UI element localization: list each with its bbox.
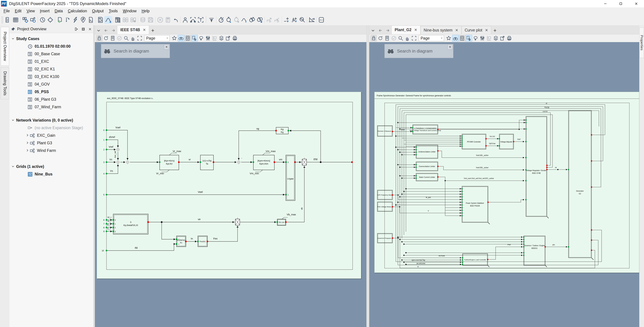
tree-item-case[interactable]: 06_Plant G3 — [10, 96, 93, 103]
data-manager-icon[interactable] — [12, 16, 20, 24]
pan-icon[interactable] — [404, 35, 411, 42]
graphic-settings-icon[interactable] — [29, 16, 37, 24]
zoom-icon[interactable] — [397, 35, 404, 42]
blocks[interactable] — [113, 127, 306, 247]
tree-item-variation[interactable]: Wind Farm — [10, 147, 93, 154]
signal-import-icon[interactable] — [273, 16, 281, 24]
load-flow-icon[interactable] — [56, 16, 64, 24]
layers-icon[interactable] — [218, 35, 225, 42]
tab-list-button[interactable] — [369, 27, 377, 34]
bode-plot-icon[interactable]: dB — [308, 16, 316, 24]
print-icon[interactable] — [506, 35, 512, 42]
close-panel-button[interactable] — [87, 26, 93, 32]
side-tab-project-overview[interactable]: Project Overview — [1, 27, 9, 66]
tree-section-grids[interactable]: Grids (1 active) — [10, 163, 93, 170]
bookmark-icon[interactable] — [171, 35, 178, 42]
define-peak-icon[interactable] — [290, 16, 298, 24]
forward-button[interactable] — [110, 27, 117, 34]
rect-select-icon[interactable] — [466, 35, 472, 42]
minimize-button[interactable] — [598, 0, 613, 8]
refresh-icon[interactable] — [377, 35, 384, 42]
refresh-icon[interactable] — [102, 35, 109, 42]
menu-view[interactable]: View — [24, 8, 37, 14]
bookmark-icon[interactable] — [445, 35, 452, 42]
overview-map-icon[interactable] — [184, 35, 191, 42]
tree-item-case[interactable]: 07_Wind_Farm — [10, 103, 93, 111]
search-diagram-icon[interactable] — [452, 35, 459, 42]
save-icon[interactable] — [147, 16, 154, 24]
diagram-canvas-right[interactable]: Frame Synchronous Generator: General Fra… — [369, 42, 639, 327]
tab-list-button[interactable] — [95, 27, 102, 34]
transfer-results-icon[interactable] — [64, 16, 72, 24]
export-graphic-icon[interactable] — [499, 35, 506, 42]
forward-button[interactable] — [384, 27, 392, 34]
parameter-identification-icon[interactable]: P=? — [318, 16, 325, 24]
tab-plant-g2[interactable]: Plant_G2 ✕ — [392, 26, 420, 34]
tab-curve-plot[interactable]: Curve plot ✕ — [462, 26, 491, 34]
export-graphic-icon[interactable] — [225, 35, 232, 42]
project-overview-icon[interactable] — [4, 16, 12, 24]
search-overlay[interactable]: Search in diagram ✕ — [384, 44, 454, 58]
database-icon[interactable] — [139, 16, 147, 24]
menu-calculation[interactable]: Calculation — [65, 8, 90, 14]
lasso-select-icon[interactable] — [472, 35, 479, 42]
layer-filters-icon[interactable] — [479, 35, 486, 42]
rect-select-icon[interactable] — [191, 35, 198, 42]
verify-icon[interactable] — [116, 35, 123, 42]
tree-item-grid[interactable]: Nine_Bus — [10, 170, 93, 178]
merge-import-icon[interactable] — [122, 16, 129, 24]
undo-icon[interactable] — [172, 16, 180, 24]
short-circuit-icon[interactable] — [72, 16, 79, 24]
scripting-icon[interactable] — [87, 16, 95, 24]
pin-icon[interactable] — [11, 27, 16, 31]
freeze-lock-icon[interactable] — [370, 35, 377, 42]
search-input[interactable]: Search in diagram — [397, 49, 432, 54]
search-overlay[interactable]: Search in diagram ✕ — [101, 44, 170, 58]
dock-button[interactable] — [73, 26, 80, 32]
network-model-manager-icon[interactable] — [21, 16, 29, 24]
side-tab-drawing-tools[interactable]: Drawing Tools — [1, 67, 9, 99]
zoom-icon[interactable] — [123, 35, 130, 42]
ruler-icon[interactable] — [211, 35, 218, 42]
pan-icon[interactable] — [130, 35, 136, 42]
layer-filters-icon[interactable] — [204, 35, 211, 42]
new-tab-button[interactable]: + — [149, 27, 156, 34]
menu-tools[interactable]: Tools — [106, 8, 120, 14]
float-button[interactable] — [80, 26, 87, 32]
tree-item-study-time[interactable]: 01.01.1970 02:00:00 — [10, 43, 93, 50]
menu-help[interactable]: Help — [139, 8, 152, 14]
frequency-scan-icon[interactable] — [298, 16, 306, 24]
page-select-dropdown[interactable]: Page ˅ — [419, 35, 444, 41]
tab-close-icon[interactable]: ✕ — [455, 28, 458, 33]
simulation-setup-icon[interactable] — [217, 16, 225, 24]
tree-item-case[interactable]: 00_Base Case — [10, 50, 93, 58]
curve-plot-icon[interactable] — [104, 16, 112, 24]
diagram-page[interactable]: Frame Synchronous Generator: General Fra… — [374, 92, 639, 273]
back-button[interactable] — [102, 27, 110, 34]
close-button[interactable] — [628, 0, 644, 8]
merge-export-icon[interactable] — [129, 16, 137, 24]
side-tab-properties[interactable]: Properties — [640, 28, 644, 58]
tree-section-study-cases[interactable]: Study Cases — [10, 35, 93, 43]
edit-relevant-objects-icon[interactable] — [46, 16, 54, 24]
splitter[interactable] — [94, 25, 95, 327]
menu-window[interactable]: Window — [120, 8, 139, 14]
menu-edit[interactable]: Edit — [12, 8, 24, 14]
search-input[interactable]: Search in diagram — [114, 49, 149, 54]
tree-item-case[interactable]: 01_EXC — [10, 58, 93, 65]
print-icon[interactable] — [232, 35, 238, 42]
tree-item-expansion-stage[interactable]: (no active Expansion Stage) — [10, 124, 93, 132]
abort-icon[interactable] — [156, 16, 164, 24]
overview-map-icon[interactable] — [459, 35, 466, 42]
ruler-icon[interactable] — [486, 35, 492, 42]
verify-icon[interactable] — [390, 35, 397, 42]
menu-output[interactable]: Output — [90, 8, 106, 14]
tab-close-icon[interactable]: ✕ — [143, 28, 146, 32]
signal-export-icon[interactable] — [266, 16, 273, 24]
simulation-results-icon[interactable] — [240, 16, 248, 24]
layers-icon[interactable] — [492, 35, 499, 42]
tree-item-variation[interactable]: Plant G3 — [10, 139, 93, 147]
calculator-icon[interactable] — [164, 16, 172, 24]
text-label-icon[interactable] — [197, 16, 204, 24]
tree-item-variation[interactable]: EXC_Gain — [10, 132, 93, 139]
